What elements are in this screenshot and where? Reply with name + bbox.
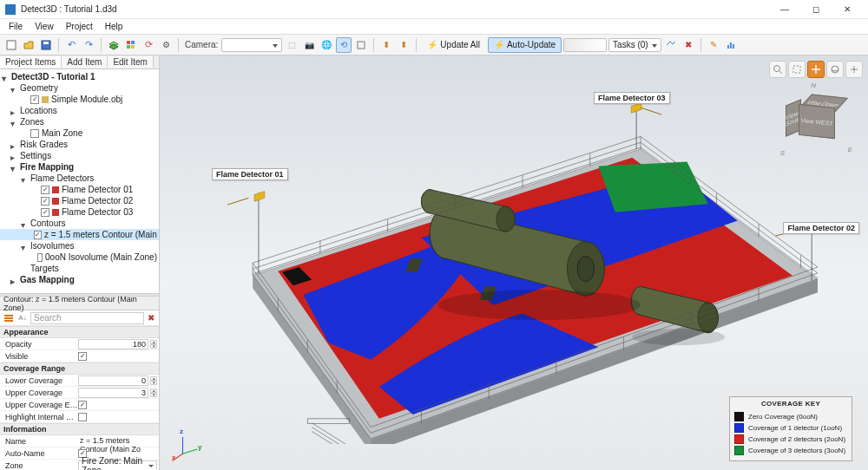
tree-isovolumes[interactable]: ▾Isovolumes	[0, 240, 159, 251]
legend-swatch	[734, 412, 744, 421]
tree-fd3[interactable]: ✓Flame Detector 03	[0, 206, 159, 218]
project-tree[interactable]: ▾Detect3D - Tutorial 1 ▾Geometry ✓Simple…	[0, 69, 159, 293]
tree-isovolume-item[interactable]: 0ooN Isovolume (Main Zone)	[0, 251, 159, 263]
tree-fd2[interactable]: ✓Flame Detector 02	[0, 195, 159, 206]
name-input[interactable]: z = 1.5 meters Contour (Main Zo	[78, 436, 157, 447]
tree-label: Simple Module.obj	[51, 95, 122, 104]
undo-button[interactable]: ↶	[63, 37, 79, 53]
detector-01	[227, 192, 265, 274]
tree-fire-mapping[interactable]: ▾Fire Mapping	[0, 161, 159, 173]
viewcube-front[interactable]: View WEST	[799, 104, 835, 139]
axis-y-label: y	[198, 443, 201, 451]
tree-main-zone[interactable]: Main Zone	[0, 127, 159, 139]
list-view-icon[interactable]	[3, 312, 15, 324]
properties-clear-icon[interactable]: ✖	[146, 313, 156, 323]
svg-rect-10	[733, 44, 734, 49]
tasks-combo[interactable]: Tasks (0)	[608, 38, 661, 52]
separator	[416, 38, 417, 52]
auto-update-toggle[interactable]: ⚡Auto-Update	[488, 37, 562, 53]
lower-spinner[interactable]: ▴▾	[150, 376, 157, 385]
refresh-button[interactable]: ⟳	[141, 37, 156, 53]
svg-point-26	[496, 206, 515, 232]
tree-gas-mapping[interactable]: ▸Gas Mapping	[0, 274, 159, 285]
field-button[interactable]	[663, 37, 679, 53]
compass-s: S	[780, 149, 785, 157]
orbit-icon[interactable]	[826, 61, 844, 78]
globe-button[interactable]: 🌐	[319, 37, 334, 53]
tree-geometry-item[interactable]: ✓Simple Module.obj	[0, 94, 159, 105]
category-view-icon[interactable]: A↓	[16, 312, 29, 324]
pan-icon[interactable]	[807, 61, 825, 78]
close-button[interactable]: ✕	[832, 1, 863, 18]
edit-button[interactable]: ✎	[706, 37, 721, 53]
delete-button[interactable]: ✖	[681, 37, 696, 53]
walk-icon[interactable]	[845, 61, 863, 78]
tree-fd1[interactable]: ✓Flame Detector 01	[0, 184, 159, 195]
chart-button[interactable]	[723, 37, 739, 53]
scene-svg	[194, 90, 851, 444]
zone-combo[interactable]: Fire Zone: Main Zone	[78, 460, 157, 471]
menu-view[interactable]: View	[30, 20, 59, 33]
layers-button[interactable]	[106, 37, 122, 53]
properties-search[interactable]: Search	[30, 312, 144, 324]
tree-geometry[interactable]: ▾Geometry	[0, 82, 159, 94]
tab-add-item[interactable]: Add Item	[62, 56, 108, 68]
tree-contour-item[interactable]: ✓z = 1.5 meters Contour (Main Zone)	[0, 229, 159, 240]
legend-label: Coverage of 3 detectors (3ooN)	[748, 447, 845, 454]
tab-edit-item[interactable]: Edit Item	[108, 56, 153, 68]
tree-risk-grades[interactable]: ▸Risk Grades	[0, 139, 159, 150]
zoom-fit-icon[interactable]	[769, 61, 786, 78]
left-panel: Project Items Add Item Edit Item ▾Detect…	[0, 55, 160, 470]
svg-rect-3	[127, 41, 130, 44]
sort-desc-button[interactable]: ⬍	[396, 37, 411, 53]
update-all-button[interactable]: ⚡Update All	[421, 37, 486, 53]
save-button[interactable]	[38, 37, 54, 53]
viewcube[interactable]: View Down View South View WEST	[781, 87, 844, 149]
minimize-button[interactable]: —	[769, 1, 800, 18]
menu-project[interactable]: Project	[61, 20, 98, 33]
menu-file[interactable]: File	[3, 20, 28, 33]
3d-viewport[interactable]: Flame Detector 01 Flame Detector 02 Flam…	[160, 55, 868, 470]
camera-combo[interactable]	[221, 38, 282, 52]
tree-root[interactable]: ▾Detect3D - Tutorial 1	[0, 71, 159, 82]
settings-button[interactable]: ⚙	[158, 37, 174, 53]
opacity-input[interactable]: 180	[78, 339, 148, 349]
camera-label: Camera:	[183, 40, 220, 49]
sort-asc-button[interactable]: ⬍	[378, 37, 394, 53]
maximize-button[interactable]: ◻	[800, 1, 832, 18]
redo-button[interactable]: ↷	[81, 37, 96, 53]
new-button[interactable]	[3, 37, 19, 53]
upper-ext-checkbox[interactable]: ✓	[78, 401, 87, 409]
scene	[194, 90, 851, 444]
svg-rect-4	[131, 41, 135, 44]
tab-project-items[interactable]: Project Items	[0, 56, 62, 68]
palette-button[interactable]	[123, 37, 139, 53]
separator	[700, 38, 701, 52]
tree-flame-detectors[interactable]: ▾Flame Detectors	[0, 173, 159, 184]
update-all-label: Update All	[440, 40, 480, 49]
upper-coverage-input[interactable]: 3	[78, 388, 148, 398]
open-button[interactable]	[21, 37, 36, 53]
front-view-button[interactable]	[353, 37, 369, 53]
tasks-label: Tasks (0)	[613, 40, 648, 49]
tree-locations[interactable]: ▸Locations	[0, 105, 159, 116]
lower-coverage-input[interactable]: 0	[78, 375, 148, 386]
camera-button[interactable]: 📷	[301, 37, 317, 53]
tree-targets[interactable]: Targets	[0, 263, 159, 274]
callout-fd3: Flame Detector 03	[594, 92, 670, 104]
highlight-checkbox[interactable]	[78, 413, 87, 421]
menu-help[interactable]: Help	[100, 20, 128, 33]
tree-zones[interactable]: ▾Zones	[0, 116, 159, 127]
tree-settings[interactable]: ▸Settings	[0, 150, 159, 161]
upper-spinner[interactable]: ▴▾	[150, 388, 157, 397]
prop-upper-ext: Upper Coverage Exten…✓	[0, 399, 159, 411]
zoom-region-icon[interactable]	[788, 61, 806, 78]
sync-button[interactable]: ⟲	[336, 37, 352, 53]
snapshot-button[interactable]: ⬚	[284, 37, 299, 53]
opacity-spinner[interactable]: ▴▾	[150, 340, 157, 349]
svg-point-22	[577, 256, 594, 281]
properties-toolbar: A↓ Search ✖	[0, 310, 159, 326]
section-coverage: Coverage Range	[0, 362, 159, 375]
tree-contours[interactable]: ▾Contours	[0, 218, 159, 229]
visible-checkbox[interactable]: ✓	[78, 352, 87, 361]
